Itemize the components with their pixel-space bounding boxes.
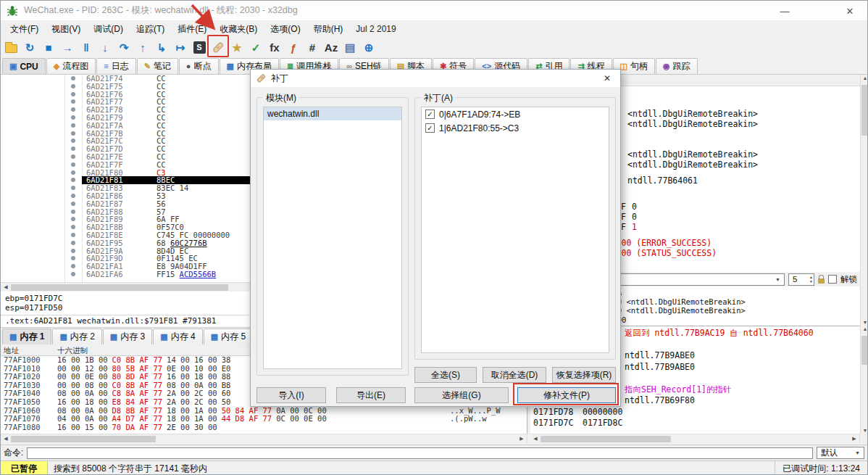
- scroll-down-icon[interactable]: ▼: [861, 428, 868, 433]
- import-button[interactable]: 导入(I): [256, 387, 326, 403]
- run-button[interactable]: →: [59, 38, 76, 56]
- export-button[interactable]: 导出(E): [336, 387, 406, 403]
- function-button[interactable]: ƒ: [285, 38, 302, 56]
- menu-item-trace[interactable]: 追踪(T): [130, 21, 171, 38]
- scroll-thumb[interactable]: [861, 336, 868, 365]
- close-button[interactable]: ✕: [834, 1, 866, 21]
- memory-tab-3[interactable]: ▦内存 3: [103, 329, 152, 344]
- tab-breakpoints[interactable]: ●断点: [179, 58, 219, 74]
- memory-row[interactable]: 77AF108016 00 15 0070 DA AF 772E 00 30 0…: [1, 424, 527, 432]
- depth-spinner[interactable]: 5 ▲▼: [788, 273, 814, 286]
- patch-checkbox[interactable]: ✓: [425, 123, 435, 133]
- strings-button[interactable]: Az: [322, 38, 340, 56]
- breakpoint-dot[interactable]: [71, 202, 75, 206]
- memory-row[interactable]: 77AF107004 00 0A 00A4 D7 AF 7718 00 1A 0…: [1, 415, 527, 424]
- patch-list-item[interactable]: ✓0|6A7F1AD9:74->EB: [422, 107, 609, 121]
- dialog-title-bar[interactable]: 补丁 ✕: [251, 70, 620, 87]
- breakpoint-dot[interactable]: [71, 92, 75, 96]
- scroll-thumb[interactable]: [11, 436, 156, 442]
- command-profile-select[interactable]: 默认 ▼: [817, 447, 864, 459]
- favourites-button[interactable]: ★: [228, 38, 246, 56]
- breakpoint-dot[interactable]: [71, 131, 75, 136]
- breakpoint-dot[interactable]: [71, 170, 75, 175]
- memory-h-scrollbar[interactable]: ◀ ▶: [1, 434, 527, 443]
- deselect-all-button[interactable]: 取消全选(D): [483, 367, 546, 383]
- patch-checkbox[interactable]: ✓: [425, 110, 435, 119]
- breakpoint-dot[interactable]: [71, 210, 75, 214]
- command-input[interactable]: [27, 447, 813, 459]
- scroll-up-icon[interactable]: ▲: [861, 75, 868, 80]
- scroll-down-icon[interactable]: ▼: [861, 320, 868, 325]
- dialog-close-button[interactable]: ✕: [594, 70, 620, 87]
- scroll-thumb[interactable]: [541, 436, 671, 442]
- menu-item-help[interactable]: 帮助(H): [307, 21, 350, 38]
- breakpoint-dot[interactable]: [71, 84, 75, 88]
- select-all-button[interactable]: 全选(S): [414, 367, 477, 383]
- select-group-button[interactable]: 选择组(G): [414, 387, 509, 403]
- stop-button[interactable]: ■: [40, 38, 57, 56]
- step-out-button[interactable]: ↑: [134, 38, 151, 56]
- hash-button[interactable]: #: [304, 38, 321, 56]
- open-file-button[interactable]: [2, 38, 20, 56]
- breakpoint-dot[interactable]: [71, 249, 75, 253]
- check-button[interactable]: ✓: [247, 38, 264, 56]
- breakpoint-dot[interactable]: [71, 217, 75, 221]
- stack-row[interactable]: 0171FD7C0171FD8C: [530, 418, 860, 429]
- memory-map-button[interactable]: ▤: [341, 38, 359, 56]
- step-into-button[interactable]: ↓: [96, 38, 114, 56]
- scroll-right-icon[interactable]: ▶: [849, 436, 859, 442]
- menu-item-options[interactable]: 选项(O): [264, 21, 306, 38]
- breakpoint-dot[interactable]: [71, 146, 75, 151]
- scroll-up-icon[interactable]: ▲: [861, 326, 868, 331]
- scylla-button[interactable]: S: [191, 38, 208, 56]
- breakpoint-dot[interactable]: [71, 233, 75, 237]
- menu-item-debug[interactable]: 调试(D): [87, 21, 130, 38]
- run-to-return-button[interactable]: ↳: [153, 38, 170, 56]
- scroll-thumb[interactable]: [861, 85, 868, 136]
- scroll-left-icon[interactable]: ◀: [1, 436, 11, 442]
- breakpoint-dot[interactable]: [71, 115, 75, 120]
- symbols-globe-button[interactable]: ⊕: [360, 38, 377, 56]
- scroll-left-icon[interactable]: ◀: [1, 284, 11, 290]
- memory-tab-5[interactable]: ▦内存 5: [204, 329, 253, 344]
- scroll-thumb[interactable]: [11, 284, 228, 291]
- breakpoint-dot[interactable]: [71, 162, 75, 167]
- memory-tab-4[interactable]: ▦内存 4: [153, 329, 202, 344]
- breakpoint-dot[interactable]: [71, 99, 75, 104]
- module-list-item[interactable]: wechatwin.dll: [264, 107, 401, 120]
- scroll-right-icon[interactable]: ▶: [517, 436, 527, 442]
- tab-trace[interactable]: ◉跟踪: [656, 58, 698, 74]
- breakpoint-dot[interactable]: [71, 123, 75, 128]
- unlock-checkbox[interactable]: [828, 275, 837, 284]
- breakpoint-dot[interactable]: [71, 256, 75, 260]
- breakpoint-dot[interactable]: [71, 76, 75, 80]
- restart-button[interactable]: ↻: [21, 38, 38, 56]
- tab-notes[interactable]: ✎笔记: [137, 58, 178, 74]
- tab-log[interactable]: ≡日志: [96, 58, 135, 74]
- skip-button[interactable]: ↦: [172, 38, 189, 56]
- stack-row[interactable]: 0171FD7800000000: [530, 407, 860, 418]
- patch-list-item[interactable]: ✓1|6AD21F80:55->C3: [422, 121, 609, 135]
- breakpoint-dot[interactable]: [71, 194, 75, 198]
- spinner-arrows-icon[interactable]: ▲▼: [809, 275, 813, 284]
- pause-button[interactable]: ‖: [78, 38, 95, 56]
- scroll-left-icon[interactable]: ◀: [530, 436, 541, 442]
- memory-tab-2[interactable]: ▦内存 2: [52, 329, 101, 344]
- memory-tab-1[interactable]: ▦内存 1: [2, 329, 51, 344]
- menu-item-file[interactable]: 文件(F): [4, 21, 45, 38]
- breakpoint-dot[interactable]: [71, 107, 75, 112]
- breakpoint-dot[interactable]: [71, 139, 75, 143]
- breakpoint-dot[interactable]: [71, 241, 75, 245]
- breakpoint-dot[interactable]: [71, 225, 75, 229]
- menu-item-view[interactable]: 视图(V): [45, 21, 87, 38]
- tab-graph[interactable]: ◈流程图: [46, 58, 96, 74]
- breakpoint-dot[interactable]: [71, 154, 75, 159]
- minimize-button[interactable]: —: [769, 1, 801, 21]
- calculator-button[interactable]: fx: [266, 38, 283, 56]
- tab-cpu[interactable]: ▣CPU: [2, 58, 46, 74]
- stack-v-scrollbar[interactable]: ▲ ▼: [860, 326, 868, 434]
- breakpoint-dot[interactable]: [71, 178, 75, 182]
- registers-v-scrollbar[interactable]: ▲ ▼: [860, 75, 868, 326]
- restore-selection-button[interactable]: 恢复选择项(R): [552, 367, 616, 383]
- breakpoint-dot[interactable]: [71, 272, 75, 276]
